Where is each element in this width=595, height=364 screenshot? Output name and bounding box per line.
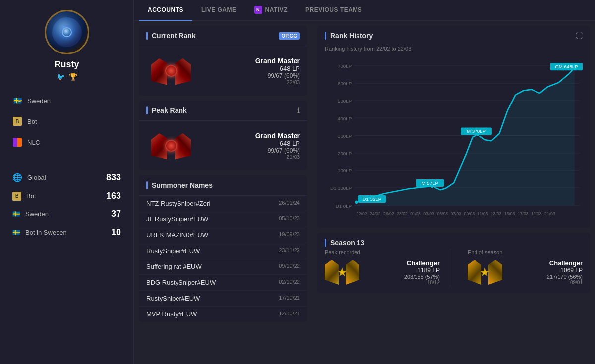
svg-text:D1 100LP: D1 100LP: [330, 185, 352, 191]
summoner-name: UREK MAZIN0#EUW: [146, 231, 208, 239]
summoner-row[interactable]: NTZ RustySniper#Zeri 26/01/24: [139, 196, 307, 211]
rank-record: 217/170 (56%): [515, 274, 583, 280]
info-icon[interactable]: ℹ: [298, 106, 300, 114]
svg-text:13/03: 13/03: [491, 211, 502, 216]
season13-card: Season 13 Peak recorded Challenger: [317, 233, 590, 293]
summoner-name: RustySniper#EUW: [146, 247, 200, 255]
svg-text:24/02: 24/02: [370, 211, 381, 216]
sidebar-item-nlc[interactable]: NLC: [5, 132, 128, 152]
challenger-emblem-peak: [325, 258, 359, 287]
sidebar-item-bot[interactable]: B Bot: [5, 111, 128, 131]
rank-record: 99/67 (60%): [203, 147, 300, 154]
rank-date: 18/12: [372, 280, 440, 285]
summoner-name: Suffering rat #EUW: [146, 263, 202, 270]
rank-lp: 648 LP: [203, 140, 300, 147]
summoner-date: 02/10/22: [279, 279, 300, 286]
ranking-sweden: 🇸🇪 Sweden 37: [5, 205, 128, 223]
season13-header: Season 13: [325, 239, 583, 247]
chart-container: 700LP 600LP 500LP 400LP 300LP 200LP 100L…: [317, 55, 590, 228]
rank-history-chart: 700LP 600LP 500LP 400LP 300LP 200LP 100L…: [325, 60, 583, 219]
ranking-number: 10: [111, 227, 121, 238]
rank-name: Grand Master: [203, 57, 300, 65]
rank-history-header: Rank History ⛶: [317, 26, 590, 46]
nlc-icon: [12, 137, 22, 147]
season13-end-label: End of season: [468, 249, 583, 255]
left-panel: Current Rank OP.GG Grand Master 6: [134, 21, 312, 364]
svg-text:400LP: 400LP: [338, 116, 352, 121]
sidebar-item-label: Sweden: [27, 97, 51, 104]
season13-ranks: Peak recorded Challenger 1189 LP 203/155…: [325, 249, 583, 287]
summoner-row[interactable]: RustySniper#EUW 17/10/21: [139, 291, 307, 307]
history-subtitle: Ranking history from 22/02 to 22/03: [317, 46, 590, 55]
sidebar-item-label: Bot: [27, 118, 37, 125]
sidebar: Rusty 🐦 🏆 🇸🇪 Sweden B Bot NLC 🌐 Global: [0, 0, 134, 364]
svg-text:D1 32LP: D1 32LP: [362, 196, 381, 202]
summoner-row[interactable]: UREK MAZIN0#EUW 19/09/23: [139, 227, 307, 243]
svg-text:01/03: 01/03: [410, 211, 421, 216]
summoner-name: NTZ RustySniper#Zeri: [146, 200, 210, 207]
summoner-row[interactable]: JL RustySniper#EUW 05/10/23: [139, 211, 307, 227]
opgg-badge[interactable]: OP.GG: [279, 32, 300, 40]
rank-date: 21/03: [203, 154, 300, 160]
ranking-label: Sweden: [25, 210, 49, 218]
sidebar-item-label: NLC: [27, 139, 40, 146]
season13-peak-info: Challenger 1189 LP 203/155 (57%) 18/12: [372, 260, 440, 285]
username: Rusty: [54, 59, 79, 70]
summoner-row[interactable]: RustySniper#EUW 23/11/22: [139, 243, 307, 259]
svg-marker-33: [357, 68, 575, 205]
content-area: Current Rank OP.GG Grand Master 6: [134, 21, 595, 364]
rank-date: 22/03: [203, 79, 300, 85]
ranking-list: 🌐 Global 833 B Bot 163 🇸🇪 Sweden 37 🇸🇪 B…: [0, 168, 133, 242]
svg-text:03/03: 03/03: [423, 211, 434, 216]
season-divider: [450, 249, 450, 287]
region-list: 🇸🇪 Sweden B Bot NLC: [0, 91, 133, 153]
svg-text:15/03: 15/03: [504, 211, 515, 216]
svg-text:D1 0LP: D1 0LP: [336, 203, 352, 208]
summoner-name: BDG RustySniper#EUW: [146, 279, 216, 286]
rank-record: 203/155 (57%): [372, 274, 440, 280]
trophy-icon[interactable]: 🏆: [69, 73, 77, 81]
season13-peak-label: Peak recorded: [325, 249, 440, 255]
summoner-row[interactable]: BDG RustySniper#EUW 02/10/22: [139, 275, 307, 291]
summoner-name: RustySniper#EUW: [146, 295, 200, 302]
summoner-name: JL RustySniper#EUW: [146, 215, 208, 223]
rank-lp: 1069 LP: [515, 267, 583, 274]
svg-text:26/02: 26/02: [383, 211, 394, 216]
rank-name: Grand Master: [203, 132, 300, 140]
bot-sweden-flag-icon: 🇸🇪: [12, 229, 20, 236]
svg-point-34: [355, 200, 359, 205]
current-rank-header: Current Rank OP.GG: [139, 26, 307, 46]
peak-gm-emblem: [146, 126, 196, 165]
summoner-date: 05/10/23: [279, 215, 300, 223]
peak-rank-header: Peak Rank ℹ: [139, 101, 307, 121]
svg-text:19/03: 19/03: [531, 211, 542, 216]
challenger-emblem-end: [468, 258, 502, 287]
svg-text:05/03: 05/03: [437, 211, 448, 216]
summoner-row[interactable]: MVP Rusty#EUW 12/10/21: [139, 307, 307, 322]
svg-text:700LP: 700LP: [338, 63, 352, 69]
avatar: [45, 10, 89, 54]
right-panel: Rank History ⛶ Ranking history from 22/0…: [312, 21, 595, 364]
tab-nativz[interactable]: N NATIVZ: [245, 0, 297, 21]
current-rank-display: Grand Master 648 LP 99/67 (60%) 22/03: [139, 46, 307, 96]
ranking-number: 833: [106, 172, 121, 183]
svg-text:11/03: 11/03: [477, 211, 488, 216]
expand-icon[interactable]: ⛶: [576, 32, 583, 40]
twitter-icon[interactable]: 🐦: [57, 73, 65, 81]
sidebar-item-sweden[interactable]: 🇸🇪 Sweden: [5, 91, 128, 110]
section-bar: [146, 181, 148, 189]
summoner-row[interactable]: Suffering rat #EUW 09/10/22: [139, 259, 307, 275]
tab-live-game[interactable]: LIVE GAME: [192, 0, 245, 21]
ranking-bot: B Bot 163: [5, 187, 128, 205]
gm-emblem: [146, 51, 196, 91]
tab-previous-teams[interactable]: PREVIOUS TEAMS: [297, 0, 371, 21]
main-content: ACCOUNTS LIVE GAME N NATIVZ PREVIOUS TEA…: [134, 0, 595, 364]
peak-rank-card: Peak Rank ℹ Grand Master 648 LP: [139, 101, 307, 170]
svg-text:22/02: 22/02: [357, 211, 367, 216]
rank-record: 99/67 (60%): [203, 72, 300, 79]
summoner-names-title: Summoner Names: [152, 181, 213, 189]
tab-accounts[interactable]: ACCOUNTS: [139, 0, 192, 21]
svg-text:28/02: 28/02: [397, 211, 408, 216]
summoner-date: 23/11/22: [279, 247, 300, 255]
rank-date: 09/01: [515, 280, 583, 285]
